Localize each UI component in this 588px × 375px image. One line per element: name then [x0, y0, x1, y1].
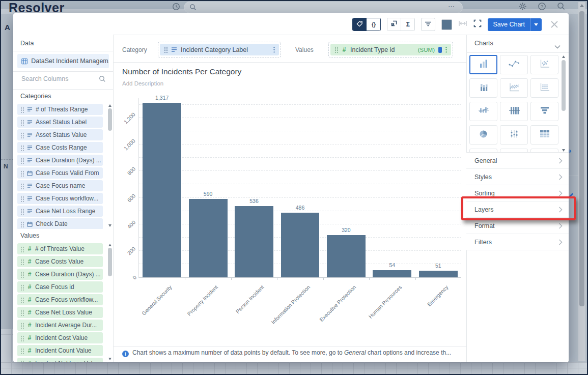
- chart-type-tile-range-dot[interactable]: [500, 125, 528, 145]
- chart-type-tile-column[interactable]: [469, 78, 497, 98]
- value-field-item[interactable]: #Case Focus id: [17, 281, 103, 293]
- chart-type-tile-partial[interactable]: [530, 149, 558, 152]
- value-field-item[interactable]: #Case Duration (Days) ...: [17, 269, 103, 280]
- chart-bar[interactable]: [373, 270, 411, 277]
- value-field-item[interactable]: #Incident Net Loss Val...: [17, 358, 103, 362]
- drag-handle-icon: [20, 195, 24, 202]
- chart-type-tile-bar[interactable]: [469, 55, 497, 74]
- values-field-pill[interactable]: # Incident Type id (SUM): [328, 42, 453, 57]
- chart-bar[interactable]: [189, 199, 228, 277]
- value-field-item[interactable]: #Incident Cost Value: [17, 332, 103, 343]
- chart-bar[interactable]: [235, 206, 273, 277]
- scrollbar-thumb[interactable]: [562, 60, 566, 111]
- chart-grid-scrollbar[interactable]: [561, 55, 567, 152]
- chart-bar[interactable]: [281, 213, 320, 277]
- code-label-toggle-button[interactable]: {}: [367, 18, 380, 31]
- chart-type-tile-table[interactable]: [530, 125, 558, 145]
- bar-width-button[interactable]: [458, 20, 467, 29]
- chart-type-tile-scatter[interactable]: [530, 55, 558, 74]
- category-field-item[interactable]: Case Net Loss Range: [17, 206, 103, 217]
- scrollbar-thumb[interactable]: [108, 248, 112, 276]
- chart-type-tile-partial[interactable]: [469, 149, 497, 152]
- column-chart-icon: [477, 81, 490, 95]
- close-dialog-button[interactable]: [550, 20, 559, 29]
- range-dot-chart-icon: [508, 128, 521, 141]
- chevron-down-icon[interactable]: [554, 42, 561, 51]
- value-field-item[interactable]: #Incident Average Dur...: [17, 320, 103, 331]
- field-menu-icon[interactable]: [273, 46, 275, 53]
- value-field-item[interactable]: #Case Net Loss Value: [17, 307, 103, 318]
- mini-bar-icon[interactable]: [438, 47, 442, 53]
- category-field-pill[interactable]: Incident Category Label: [158, 42, 281, 57]
- panel-section-general[interactable]: General: [466, 152, 569, 169]
- chart-type-tile-funnel[interactable]: [530, 102, 558, 121]
- chart-type-tile-bar-line[interactable]: [469, 102, 497, 121]
- tag-label-toggle-button[interactable]: [353, 18, 367, 31]
- numeric-field-icon: #: [27, 245, 32, 252]
- color-swatch-button[interactable]: [441, 19, 452, 30]
- chart-type-tile-pie[interactable]: [469, 125, 497, 145]
- value-field-item[interactable]: #Case Focus workflow...: [17, 294, 103, 305]
- value-field-item[interactable]: #Case Costs Value: [17, 256, 103, 267]
- values-list: ## of Threats Value#Case Costs Value#Cas…: [17, 243, 113, 362]
- panel-section-label: Layers: [474, 206, 494, 213]
- chart-type-tile-dot-column[interactable]: [530, 78, 558, 98]
- fullscreen-button[interactable]: [473, 19, 482, 30]
- chart-type-tile-multi-line[interactable]: [500, 78, 528, 98]
- clock-icon: [172, 3, 180, 13]
- text-field-icon: [27, 145, 33, 150]
- category-field-item[interactable]: Asset Status Label: [17, 117, 103, 128]
- divider: [113, 62, 466, 63]
- categories-scrollbar[interactable]: [107, 104, 113, 227]
- data-panel-header: Data: [20, 40, 34, 47]
- category-field-item[interactable]: Check Date: [17, 218, 103, 229]
- field-menu-icon[interactable]: [445, 46, 447, 53]
- x-axis-category-label: Human Resources: [368, 284, 403, 320]
- numeric-field-icon: #: [27, 347, 32, 354]
- chart-bar-slot: 1,317: [139, 98, 185, 277]
- numeric-field-icon: #: [27, 283, 32, 291]
- category-field-item[interactable]: Case Costs Range: [17, 142, 103, 153]
- values-header: Values: [20, 232, 39, 239]
- scrollbar-thumb[interactable]: [108, 108, 112, 131]
- panel-section-filters[interactable]: Filters: [466, 234, 569, 250]
- chart-bar-slot: 51: [415, 98, 461, 277]
- panel-section-sorting[interactable]: Sorting: [466, 185, 569, 201]
- dataset-pill[interactable]: DataSet Incident Managem...: [17, 54, 109, 68]
- chart-type-tile-column-line[interactable]: [500, 102, 528, 121]
- search-columns-input[interactable]: [20, 75, 94, 83]
- category-field-item[interactable]: Case Focus name: [17, 180, 103, 191]
- chart-bar[interactable]: [419, 271, 458, 277]
- category-field-item[interactable]: # of Threats Range: [17, 104, 103, 115]
- category-field-item[interactable]: Case Focus workflow...: [17, 193, 103, 204]
- panel-section-format[interactable]: Format: [466, 218, 569, 234]
- divider: [13, 71, 113, 72]
- save-chart-dropdown[interactable]: [530, 18, 542, 31]
- pivot-button[interactable]: [387, 18, 401, 31]
- category-field-item[interactable]: Asset Status Value: [17, 129, 103, 140]
- sigma-button[interactable]: Σ: [401, 18, 414, 31]
- panel-section-styles[interactable]: Styles: [466, 169, 569, 185]
- panel-section-layers[interactable]: Layers: [466, 201, 569, 218]
- sort-filter-button[interactable]: [421, 18, 435, 31]
- bar-value-label: 320: [323, 227, 369, 233]
- chart-type-tile-partial[interactable]: [500, 149, 528, 152]
- search-more-icon: ⋯: [448, 3, 455, 10]
- field-label: Case Duration (Days) ...: [36, 157, 101, 164]
- panel-section-label: General: [474, 157, 497, 164]
- values-field-label: Incident Type id: [350, 46, 414, 53]
- dataset-label: DataSet Incident Managem...: [31, 57, 109, 65]
- drag-handle-icon: [20, 119, 24, 126]
- value-field-item[interactable]: #Incident Count Value: [17, 345, 103, 356]
- field-label: Incident Cost Value: [35, 334, 88, 341]
- chart-bar[interactable]: [327, 235, 366, 277]
- save-chart-button[interactable]: Save Chart: [488, 21, 530, 28]
- chart-bar[interactable]: [143, 103, 181, 277]
- category-field-item[interactable]: Case Focus Valid From: [17, 167, 103, 179]
- chart-type-tile-line[interactable]: [500, 55, 528, 74]
- add-description-placeholder[interactable]: Add Description: [122, 80, 163, 86]
- category-field-item[interactable]: Case Duration (Days) ...: [17, 155, 103, 166]
- line-chart-icon: [508, 58, 521, 71]
- value-field-item[interactable]: ## of Threats Value: [17, 243, 103, 254]
- values-scrollbar[interactable]: [107, 243, 113, 361]
